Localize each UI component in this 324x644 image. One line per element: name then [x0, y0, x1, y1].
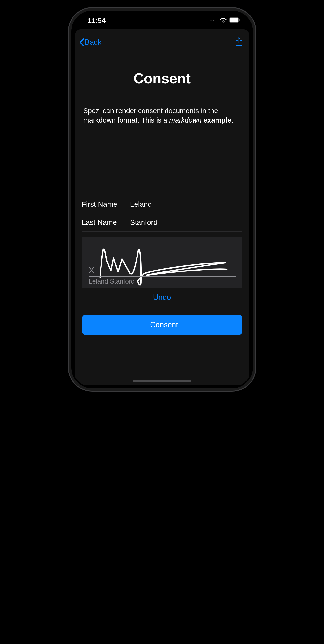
- consent-button[interactable]: I Consent: [82, 315, 242, 335]
- silent-switch: [68, 76, 69, 88]
- svg-rect-2: [239, 19, 240, 21]
- signature-line: [89, 276, 236, 276]
- nav-bar: Back: [75, 30, 249, 49]
- first-name-row: First Name: [82, 195, 242, 213]
- status-time: 11:54: [88, 16, 106, 25]
- first-name-field[interactable]: [130, 200, 242, 208]
- body-text-space: [202, 116, 203, 124]
- last-name-row: Last Name: [82, 213, 242, 232]
- body-text-suffix: .: [232, 116, 233, 124]
- last-name-field[interactable]: [130, 218, 242, 226]
- battery-icon: [229, 18, 240, 24]
- page-title: Consent: [75, 70, 249, 87]
- status-bar: 11:54 ••••: [72, 12, 252, 26]
- volume-up-button: [68, 98, 69, 122]
- signature-x-mark: X: [89, 266, 94, 276]
- consent-body-text: Spezi can render consent documents in th…: [75, 106, 249, 125]
- body-text-italic: markdown: [169, 116, 202, 124]
- svg-rect-1: [230, 18, 238, 22]
- body-text-bold: example: [203, 116, 232, 124]
- phone-frame: 11:54 •••• Back: [68, 7, 256, 392]
- home-indicator[interactable]: [133, 380, 191, 382]
- share-icon: [235, 37, 243, 46]
- volume-down-button: [68, 127, 69, 151]
- undo-button[interactable]: Undo: [75, 293, 249, 302]
- signature-printed-name: Leland Stanford: [89, 278, 135, 285]
- signature-canvas[interactable]: X Leland Stanford: [82, 237, 242, 288]
- name-form: First Name Last Name: [75, 195, 249, 232]
- power-button: [255, 114, 256, 153]
- back-label: Back: [85, 38, 101, 47]
- last-name-label: Last Name: [82, 218, 130, 226]
- screen: 11:54 •••• Back: [72, 12, 252, 387]
- status-dots-icon: ••••: [210, 19, 216, 22]
- status-indicators: ••••: [210, 18, 240, 24]
- content-sheet: Back Consent Spezi can render consent do…: [75, 30, 249, 385]
- back-button[interactable]: Back: [79, 38, 101, 47]
- chevron-left-icon: [79, 38, 84, 46]
- share-button[interactable]: [235, 37, 243, 48]
- first-name-label: First Name: [82, 200, 130, 208]
- wifi-icon: [220, 18, 227, 24]
